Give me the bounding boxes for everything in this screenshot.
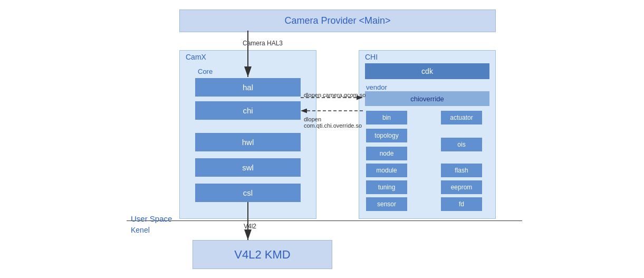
camx-label: CamX [186, 53, 206, 61]
core-label: Core [198, 68, 213, 75]
dlopen1-label: dlopen camera.qcom.so [304, 92, 366, 98]
sensor-block: sensor [366, 197, 407, 211]
bin-block: bin [366, 111, 407, 124]
v4l2-kmd-block: V4L2 KMD [193, 240, 332, 269]
node-block: node [366, 147, 407, 160]
actuator-block: actuator [441, 111, 482, 124]
dlopen2-label: dlopencom.qti.chi.override.so [304, 116, 362, 129]
chi-inner-block: chi [195, 101, 301, 120]
fd-block: fd [441, 197, 482, 211]
kernel-label: Kenel [131, 226, 150, 234]
ois-block: ois [441, 138, 482, 151]
tuning-block: tuning [366, 180, 407, 194]
v4l2-label: V4l2 [244, 223, 256, 230]
diagram-container: Camera Provider <Main> CamX Core hal chi… [0, 0, 644, 278]
camera-provider-box: Camera Provider <Main> [179, 9, 496, 32]
swl-block: swl [195, 158, 301, 177]
hal-block: hal [195, 78, 301, 97]
camera-provider-label: Camera Provider <Main> [284, 15, 390, 26]
flash-block: flash [441, 164, 482, 177]
hwl-block: hwl [195, 133, 301, 151]
user-space-label: User Space [131, 214, 172, 223]
chi-label: CHI [365, 53, 378, 61]
module-block: module [366, 164, 407, 177]
csl-block: csl [195, 184, 301, 202]
topology-block: topology [366, 129, 407, 142]
vendor-label: vendor [366, 83, 387, 91]
arrows-svg [0, 0, 644, 278]
cdk-block: cdk [365, 63, 489, 79]
eeprom-block: eeprom [441, 180, 482, 194]
user-space-line [127, 221, 522, 221]
chioverride-block: chioverride [365, 91, 489, 106]
camera-hal3-label: Camera HAL3 [243, 40, 283, 47]
